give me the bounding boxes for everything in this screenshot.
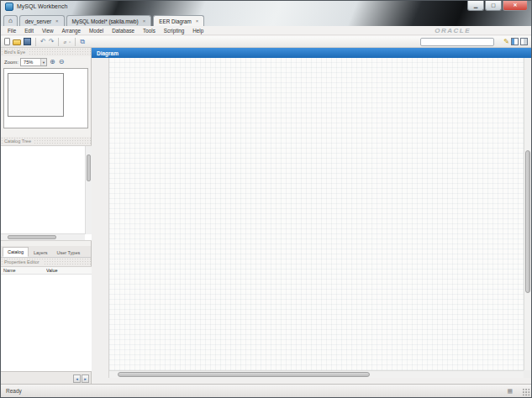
minimize-button[interactable]: ▁ xyxy=(467,1,484,11)
save-model-icon[interactable] xyxy=(24,38,31,45)
diagram-title-bar: Diagram xyxy=(92,48,531,58)
birdseye-zoom-row: Zoom: 75% ▼ ⊕ ⊖ xyxy=(1,56,91,68)
tab-label: dev_server xyxy=(25,18,51,24)
column-header-name[interactable]: Name xyxy=(1,268,46,273)
diagram-panel: Diagram xyxy=(92,48,531,385)
tool-palette xyxy=(92,58,109,378)
sidebar-tab-catalog[interactable]: Catalog xyxy=(3,247,29,257)
window-tab-strip: ⌂ dev_server×MySQL Model* (sakila.mwb)×E… xyxy=(3,15,206,26)
zoom-in-icon[interactable]: ⊕ xyxy=(49,58,56,66)
toggle-right-panel-icon[interactable] xyxy=(520,38,528,45)
properties-grid: Name Value xyxy=(1,266,92,371)
birdseye-header: Bird's Eye xyxy=(1,48,91,56)
tab-label: EER Diagram xyxy=(159,18,192,24)
tree-vertical-scrollbar[interactable] xyxy=(85,146,92,234)
tree-vscroll-thumb[interactable] xyxy=(87,154,91,181)
menu-database[interactable]: Database xyxy=(108,28,139,34)
tab-close-icon[interactable]: × xyxy=(143,18,146,24)
home-icon: ⌂ xyxy=(8,18,13,24)
menu-edit[interactable]: Edit xyxy=(20,28,38,34)
tab-close-icon[interactable]: × xyxy=(55,18,59,24)
window-controls: ▁ ▢ ✕ xyxy=(466,1,528,11)
close-button[interactable]: ✕ xyxy=(503,1,528,11)
horizontal-scrollbar[interactable] xyxy=(109,370,524,378)
hscroll-thumb[interactable] xyxy=(118,372,370,377)
status-text: Ready xyxy=(1,388,22,394)
mysql-workbench-window: MySQL Workbench ▁ ▢ ✕ ⌂ dev_server×MySQL… xyxy=(0,0,532,398)
status-bar: Ready ▦ xyxy=(1,384,531,397)
resize-grip[interactable] xyxy=(522,388,530,396)
sidebar-tab-user-types[interactable]: User Types xyxy=(52,249,84,257)
tab-dev-server[interactable]: dev_server× xyxy=(19,15,65,26)
properties-grid-header: Name Value xyxy=(1,267,92,275)
tab-mysql-model-sakila-mwb[interactable]: MySQL Model* (sakila.mwb)× xyxy=(66,15,152,26)
toggle-left-panel-icon[interactable] xyxy=(511,38,519,45)
vscroll-thumb[interactable] xyxy=(525,150,530,293)
sidebar-tabs: CatalogLayersUser Types xyxy=(1,246,91,258)
undo-icon[interactable]: ↶ xyxy=(40,38,46,45)
tree-hscroll-thumb[interactable] xyxy=(8,235,56,239)
new-diagram-icon[interactable]: ⧉ xyxy=(80,38,85,45)
birdseye-viewport[interactable] xyxy=(8,73,64,117)
column-header-value[interactable]: Value xyxy=(46,268,92,273)
diagram-title: Diagram xyxy=(97,50,119,56)
title-bar[interactable]: MySQL Workbench ▁ ▢ ✕ ⌂ dev_server×MySQL… xyxy=(1,1,531,26)
catalog-tree-header: Catalog Tree xyxy=(1,137,91,145)
sidebar-tab-layers[interactable]: Layers xyxy=(29,249,52,257)
tab-eer-diagram[interactable]: EER Diagram× xyxy=(153,15,204,26)
menu-model[interactable]: Model xyxy=(85,28,108,34)
main-toolbar: ↶ ↷ ⌀ ▫ ⧉ ✎ xyxy=(1,36,531,48)
maximize-button[interactable]: ▢ xyxy=(485,1,502,11)
zoom-out-icon[interactable]: ⊖ xyxy=(58,58,66,66)
oracle-logo: ORACLE xyxy=(435,27,471,34)
menu-view[interactable]: View xyxy=(38,28,58,34)
menu-help[interactable]: Help xyxy=(188,28,208,34)
birdseye-minimap[interactable] xyxy=(3,68,88,128)
window-title: MySQL Workbench xyxy=(17,3,67,9)
zoom-label: Zoom: xyxy=(4,60,18,65)
zoom-select[interactable]: 75% ▼ xyxy=(20,58,47,66)
zoom-value: 75% xyxy=(24,60,33,65)
menu-file[interactable]: File xyxy=(3,28,20,34)
open-model-icon[interactable] xyxy=(13,39,21,45)
diagram-canvas[interactable] xyxy=(109,58,524,370)
chevron-down-icon[interactable]: ▼ xyxy=(40,59,46,65)
catalog-tree xyxy=(1,145,92,241)
menu-tools[interactable]: Tools xyxy=(139,28,160,34)
scrollbar-corner xyxy=(524,370,531,378)
vertical-scrollbar[interactable] xyxy=(524,58,531,370)
app-icon xyxy=(5,3,13,11)
tab-home[interactable]: ⌂ xyxy=(3,15,18,26)
tab-scroll-left-icon[interactable]: ◂ xyxy=(73,374,81,383)
tab-scroll-right-icon[interactable]: ▸ xyxy=(82,374,89,383)
redo-icon[interactable]: ↷ xyxy=(49,38,55,45)
menu-arrange[interactable]: Arrange xyxy=(58,28,85,34)
tab-close-icon[interactable]: × xyxy=(196,18,199,24)
align-toggle-icon[interactable]: ▫ xyxy=(69,39,71,45)
edit-icon[interactable]: ✎ xyxy=(503,38,509,45)
grid-toggle-icon[interactable]: ⌀ xyxy=(63,39,66,45)
toolbar-separator xyxy=(35,38,36,46)
properties-editor-header: Properties Editor xyxy=(1,258,91,266)
search-input[interactable] xyxy=(420,38,494,46)
toolbar-separator xyxy=(75,38,76,46)
tree-horizontal-scrollbar[interactable] xyxy=(1,233,85,240)
grid-indicator-icon[interactable]: ▦ xyxy=(507,388,513,395)
menu-scripting[interactable]: Scripting xyxy=(160,28,189,34)
left-sidebar: Bird's Eye Zoom: 75% ▼ ⊕ ⊖ Catalog Tree … xyxy=(1,48,92,385)
new-document-icon[interactable] xyxy=(4,38,10,45)
toolbar-separator xyxy=(58,38,59,46)
tab-label: MySQL Model* (sakila.mwb) xyxy=(72,18,139,24)
